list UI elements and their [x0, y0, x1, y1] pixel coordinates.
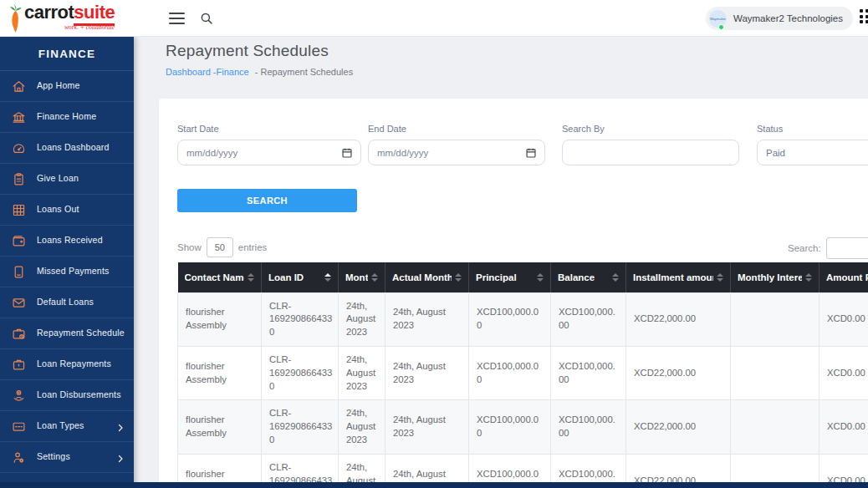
- sidebar-item-settings[interactable]: Settings: [0, 442, 134, 473]
- status-group: Status Paid: [757, 124, 868, 165]
- column-header-balance[interactable]: Balance: [551, 262, 626, 292]
- search-button[interactable]: SEARCH: [177, 189, 357, 212]
- table-search-control: Search:: [788, 237, 868, 259]
- table-cell: 24th, August 2023: [385, 346, 469, 399]
- calendar-icon[interactable]: [341, 147, 353, 159]
- sidebar-item-label: Loan Disbursements: [37, 390, 125, 400]
- table-cell: 24th, August 2023: [339, 292, 385, 346]
- column-header-monthly-interest[interactable]: Monthly Interest: [731, 262, 819, 292]
- sidebar-item-loan-types[interactable]: Loan Types: [0, 411, 134, 442]
- table-cell: XCD100,000.00: [469, 346, 551, 399]
- table-cell: XCD100,000.00: [551, 400, 626, 454]
- sidebar-item-app-home[interactable]: App Home: [0, 71, 134, 102]
- search-by-group: Search By: [562, 124, 739, 165]
- sidebar-item-repayment-schedule[interactable]: Repayment Schedule: [0, 318, 134, 349]
- start-date-input[interactable]: [186, 148, 352, 158]
- apps-grid-icon[interactable]: [860, 9, 868, 28]
- sidebar-item-missed-payments[interactable]: Missed Payments: [0, 257, 134, 287]
- gauge-icon: [12, 141, 26, 155]
- table-cell: [731, 292, 819, 346]
- status-value: Paid: [766, 148, 785, 158]
- table-row[interactable]: flourisher AssemblyCLR-169290866433024th…: [178, 292, 868, 346]
- card-icon: [12, 419, 26, 434]
- page-title: Repayment Schedules: [166, 42, 329, 60]
- briefcase-icon: [12, 358, 26, 372]
- sort-icon: [537, 273, 544, 282]
- tenant-switcher[interactable]: Waymaker Waymaker2 Technologies: [706, 7, 853, 30]
- grid-icon: [12, 203, 26, 217]
- entries-select[interactable]: [207, 237, 233, 257]
- chevron-right-icon: [115, 421, 125, 431]
- sidebar-item-label: Loans Received: [37, 236, 125, 246]
- table-search-label: Search:: [788, 243, 821, 253]
- calendar-icon[interactable]: [525, 147, 537, 159]
- end-date-label: End Date: [368, 124, 545, 134]
- table-cell: CLR-1692908664330: [262, 346, 339, 399]
- table-cell: XCD22,000.00: [626, 346, 731, 399]
- table-cell: 24th, August 2023: [385, 292, 469, 346]
- table-cell: flourisher Assembly: [178, 400, 262, 454]
- table-cell: CLR-1692908664330: [262, 400, 339, 454]
- wallet-icon: [12, 234, 26, 248]
- search-icon[interactable]: [199, 11, 214, 26]
- status-select[interactable]: Paid: [757, 140, 868, 165]
- sidebar: FINANCE App HomeFinance HomeLoans Dashbo…: [0, 37, 134, 488]
- search-by-label: Search By: [562, 124, 739, 134]
- sort-icon: [805, 273, 812, 282]
- sidebar-item-loans-out[interactable]: Loans Out: [0, 195, 134, 226]
- sidebar-item-label: Finance Home: [37, 112, 125, 122]
- sidebar-menu: App HomeFinance HomeLoans DashboardGive …: [0, 71, 134, 473]
- column-header-principal[interactable]: Principal: [469, 262, 551, 292]
- table-cell: CLR-1692908664330: [262, 292, 339, 346]
- sidebar-item-label: Repayment Schedule: [37, 328, 125, 338]
- top-bar: carrotsuite work. + collaborate Waymaker…: [0, 0, 868, 37]
- sidebar-item-loan-disbursements[interactable]: Loan Disbursements: [0, 380, 134, 411]
- column-header-loan-id[interactable]: Loan ID: [262, 262, 339, 292]
- sidebar-item-label: Settings: [37, 452, 115, 462]
- table-row[interactable]: flourisher AssemblyCLR-169290866433024th…: [178, 400, 868, 454]
- table-cell: 24th, August 2023: [339, 346, 385, 399]
- sidebar-item-label: Default Loans: [37, 297, 125, 308]
- search-by-input[interactable]: [571, 148, 730, 158]
- sidebar-item-label: Give Loan: [37, 174, 125, 184]
- table-search-input[interactable]: [826, 237, 868, 259]
- sidebar-item-give-loan[interactable]: Give Loan: [0, 164, 134, 195]
- column-header-actual-month[interactable]: Actual Month: [385, 262, 469, 292]
- column-header-installment-amount[interactable]: Installment amount: [626, 262, 731, 292]
- content-card: Start Date End Date Search By: [159, 99, 868, 485]
- entries-control: Show entries: [177, 237, 267, 257]
- table-row[interactable]: flourisher AssemblyCLR-169290866433024th…: [178, 346, 868, 399]
- sort-icon: [612, 273, 619, 282]
- sort-icon: [371, 273, 378, 282]
- sidebar-title: FINANCE: [0, 37, 134, 71]
- column-header-month[interactable]: Month: [339, 262, 385, 292]
- breadcrumb-link[interactable]: Dashboard -Finance: [166, 67, 249, 77]
- sidebar-item-finance-home[interactable]: Finance Home: [0, 102, 134, 133]
- column-header-contact-name[interactable]: Contact Name: [178, 262, 262, 292]
- sidebar-item-default-loans[interactable]: Default Loans: [0, 287, 134, 318]
- table-cell: XCD0.00: [819, 292, 868, 346]
- table-cell: XCD100,000.00: [551, 292, 626, 346]
- table-cell: flourisher Assembly: [178, 292, 262, 346]
- table-cell: 24th, August 2023: [339, 400, 385, 454]
- end-date-input[interactable]: [377, 148, 536, 158]
- briefcase-clock-icon: [12, 327, 26, 341]
- sort-icon: [324, 273, 331, 282]
- table-cell: [731, 346, 819, 399]
- brand-name: carrotsuite: [24, 2, 115, 26]
- sidebar-item-label: Loans Dashboard: [37, 143, 125, 153]
- table-cell: XCD100,000.00: [551, 346, 626, 399]
- hamburger-menu-icon[interactable]: [169, 13, 186, 24]
- show-label: Show: [177, 242, 202, 252]
- bank-icon: [12, 110, 26, 125]
- sidebar-item-loans-received[interactable]: Loans Received: [0, 226, 134, 257]
- column-header-amount-repaid[interactable]: Amount Repaid: [819, 262, 868, 292]
- sidebar-item-loan-repayments[interactable]: Loan Repayments: [0, 349, 134, 380]
- chevron-right-icon: [115, 452, 125, 462]
- sidebar-item-loans-dashboard[interactable]: Loans Dashboard: [0, 133, 134, 164]
- sort-icon: [717, 273, 723, 282]
- brand-logo[interactable]: carrotsuite work. + collaborate: [8, 3, 115, 37]
- sidebar-item-label: Loan Repayments: [37, 359, 125, 369]
- start-date-label: Start Date: [177, 124, 361, 134]
- table-cell: XCD0.00: [819, 400, 868, 454]
